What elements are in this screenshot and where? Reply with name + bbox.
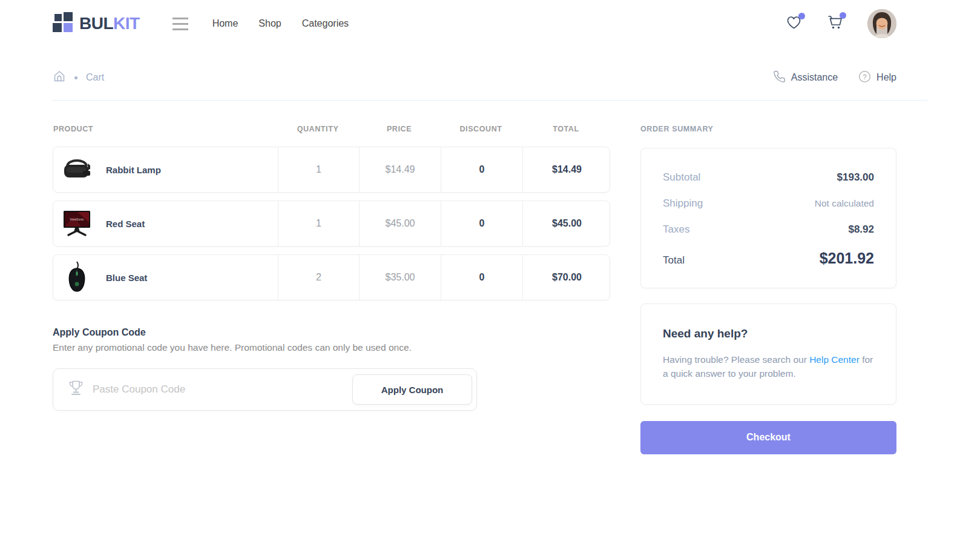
breadcrumb-current[interactable]: Cart bbox=[86, 72, 104, 83]
trophy-icon bbox=[68, 379, 84, 400]
total-value: $70.00 bbox=[522, 255, 611, 300]
coupon-description: Enter any promotional code you have here… bbox=[53, 342, 610, 353]
quantity-value: 1 bbox=[278, 201, 359, 246]
product-name[interactable]: Red Seat bbox=[106, 219, 145, 229]
col-header-product: PRODUCT bbox=[53, 125, 277, 133]
product-cell: ViewSonic Red Seat bbox=[53, 201, 278, 246]
table-row: Blue Seat 2 $35.00 0 $70.00 bbox=[53, 254, 610, 300]
vr-headset-image bbox=[61, 154, 93, 185]
assistance-label: Assistance bbox=[791, 72, 838, 83]
product-name[interactable]: Rabbit Lamp bbox=[106, 165, 161, 175]
support-links: Assistance ? Help bbox=[773, 70, 896, 85]
order-summary-card: Subtotal $193.00 Shipping Not calculated… bbox=[640, 148, 896, 288]
col-header-price: PRICE bbox=[358, 125, 440, 133]
brand-logo[interactable]: BULKIT bbox=[53, 12, 140, 35]
assistance-link[interactable]: Assistance bbox=[773, 70, 838, 85]
help-center-link[interactable]: Help Center bbox=[809, 354, 860, 365]
nav-item-categories[interactable]: Categories bbox=[302, 18, 349, 29]
hamburger-menu-icon[interactable] bbox=[170, 15, 191, 33]
gaming-mouse-image bbox=[61, 262, 93, 293]
phone-icon bbox=[773, 70, 786, 85]
wishlist-button[interactable] bbox=[786, 15, 802, 33]
price-value: $14.49 bbox=[359, 147, 441, 192]
discount-value: 0 bbox=[441, 147, 522, 192]
total-value: $45.00 bbox=[522, 201, 611, 246]
summary-row-taxes: Taxes $8.92 bbox=[663, 224, 874, 236]
summary-row-shipping: Shipping Not calculated bbox=[663, 197, 874, 210]
taxes-label: Taxes bbox=[663, 224, 689, 236]
heart-icon bbox=[786, 22, 802, 32]
price-value: $35.00 bbox=[359, 255, 441, 300]
checkout-button[interactable]: Checkout bbox=[640, 421, 896, 454]
wishlist-badge bbox=[798, 13, 805, 19]
col-header-total: TOTAL bbox=[522, 125, 610, 133]
shipping-label: Shipping bbox=[663, 197, 703, 210]
help-card: Need any help? Having trouble? Please se… bbox=[640, 303, 896, 405]
nav-item-home[interactable]: Home bbox=[212, 18, 238, 29]
help-card-title: Need any help? bbox=[663, 327, 874, 340]
price-value: $45.00 bbox=[359, 201, 441, 246]
discount-value: 0 bbox=[441, 255, 522, 300]
coupon-input-group: Apply Coupon bbox=[53, 368, 477, 411]
product-name[interactable]: Blue Seat bbox=[106, 273, 147, 283]
quantity-value: 2 bbox=[278, 255, 359, 300]
help-text-before: Having trouble? Please search our bbox=[663, 354, 809, 365]
order-summary-title: ORDER SUMMARY bbox=[640, 125, 896, 133]
help-link[interactable]: ? Help bbox=[858, 70, 896, 85]
product-cell: Rabbit Lamp bbox=[53, 147, 278, 192]
total-value: $14.49 bbox=[522, 147, 611, 192]
subtotal-value: $193.00 bbox=[837, 171, 874, 184]
col-header-discount: DISCOUNT bbox=[440, 125, 522, 133]
svg-text:?: ? bbox=[863, 73, 867, 80]
breadcrumb-bar: Cart Assistance ? Help bbox=[0, 65, 980, 90]
cart-badge bbox=[840, 12, 846, 19]
coupon-title: Apply Coupon Code bbox=[53, 327, 610, 338]
header-actions bbox=[786, 9, 896, 38]
product-cell: Blue Seat bbox=[53, 255, 278, 300]
help-label: Help bbox=[876, 72, 896, 83]
cart-column: PRODUCT QUANTITY PRICE DISCOUNT TOTAL Ra bbox=[53, 125, 610, 454]
order-total-value: $201.92 bbox=[820, 250, 874, 267]
subtotal-label: Subtotal bbox=[663, 171, 700, 184]
apply-coupon-button[interactable]: Apply Coupon bbox=[352, 374, 472, 405]
breadcrumb-separator bbox=[74, 76, 77, 79]
summary-row-total: Total $201.92 bbox=[663, 250, 874, 267]
quantity-value: 1 bbox=[278, 147, 359, 192]
user-avatar[interactable] bbox=[867, 9, 896, 38]
breadcrumb: Cart bbox=[53, 70, 104, 85]
home-icon[interactable] bbox=[53, 70, 66, 85]
total-label: Total bbox=[663, 254, 685, 267]
summary-row-subtotal: Subtotal $193.00 bbox=[663, 171, 874, 184]
monitor-image: ViewSonic bbox=[61, 208, 93, 239]
cart-icon bbox=[826, 22, 843, 32]
discount-value: 0 bbox=[441, 201, 522, 246]
table-row: ViewSonic Red Seat 1 $45.00 0 $45.00 bbox=[53, 201, 610, 247]
main-nav: Home Shop Categories bbox=[212, 18, 349, 29]
col-header-quantity: QUANTITY bbox=[277, 125, 358, 133]
help-card-body: Having trouble? Please search our Help C… bbox=[663, 353, 874, 381]
question-circle-icon: ? bbox=[858, 70, 871, 85]
main-content: PRODUCT QUANTITY PRICE DISCOUNT TOTAL Ra bbox=[0, 125, 980, 454]
nav-item-shop[interactable]: Shop bbox=[258, 18, 281, 29]
brand-logo-icon bbox=[53, 12, 73, 35]
svg-text:ViewSonic: ViewSonic bbox=[70, 217, 84, 221]
cart-button[interactable] bbox=[826, 15, 843, 33]
divider bbox=[53, 100, 927, 101]
header: BULKIT Home Shop Categories bbox=[0, 0, 980, 47]
table-row: Rabbit Lamp 1 $14.49 0 $14.49 bbox=[53, 147, 610, 193]
taxes-value: $8.92 bbox=[848, 224, 874, 236]
coupon-section: Apply Coupon Code Enter any promotional … bbox=[53, 327, 610, 411]
brand-name: BULKIT bbox=[79, 14, 140, 33]
summary-column: ORDER SUMMARY Subtotal $193.00 Shipping … bbox=[640, 125, 896, 454]
cart-table-header: PRODUCT QUANTITY PRICE DISCOUNT TOTAL bbox=[53, 125, 610, 133]
shipping-value: Not calculated bbox=[815, 198, 874, 209]
coupon-code-input[interactable] bbox=[93, 383, 352, 396]
